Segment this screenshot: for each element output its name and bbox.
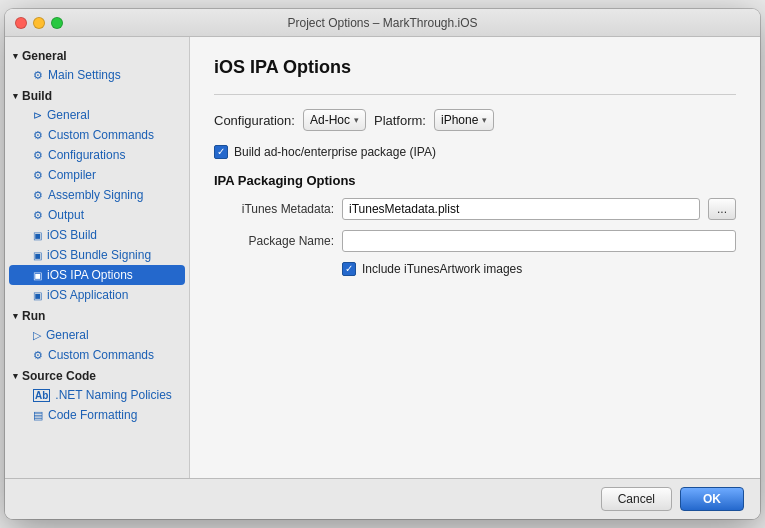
platform-dropdown[interactable]: iPhone ▾ [434,109,494,131]
gear-icon [33,149,43,162]
build-arrow-icon: ⊳ [33,109,42,122]
ab-icon: Ab [33,389,50,402]
phone-icon [33,269,42,281]
gear-icon [33,69,43,82]
itunes-metadata-row: iTunes Metadata: ... [214,198,736,220]
sidebar-item-custom-commands[interactable]: Custom Commands [5,125,189,145]
sidebar-item-assembly-signing[interactable]: Assembly Signing [5,185,189,205]
window: Project Options – MarkThrough.iOS ▾ Gene… [5,9,760,519]
triangle-down-icon: ▾ [13,311,18,321]
sidebar-item-ios-build[interactable]: iOS Build [5,225,189,245]
artwork-checkbox[interactable]: ✓ [342,262,356,276]
title-bar: Project Options – MarkThrough.iOS [5,9,760,37]
footer: Cancel OK [5,478,760,519]
itunes-input[interactable] [342,198,700,220]
gear-icon [33,169,43,182]
sidebar-item-ios-bundle-signing[interactable]: iOS Bundle Signing [5,245,189,265]
sidebar-section-general[interactable]: ▾ General [5,45,189,65]
separator [214,94,736,95]
ipa-section-title: IPA Packaging Options [214,173,736,188]
maximize-button[interactable] [51,17,63,29]
play-icon: ▷ [33,329,41,342]
package-label: Package Name: [214,234,334,248]
package-input[interactable] [342,230,736,252]
checkmark-icon: ✓ [345,264,353,274]
content-area: ▾ General Main Settings ▾ Build ⊳ Genera… [5,37,760,478]
sidebar-item-output[interactable]: Output [5,205,189,225]
gear-icon [33,349,43,362]
browse-button[interactable]: ... [708,198,736,220]
package-name-row: Package Name: [214,230,736,252]
gear-icon [33,129,43,142]
ok-button[interactable]: OK [680,487,744,511]
build-ipa-checkbox[interactable]: ✓ [214,145,228,159]
config-label: Configuration: [214,113,295,128]
traffic-lights [15,17,63,29]
artwork-label: Include iTunesArtwork images [362,262,522,276]
doc-icon: ▤ [33,409,43,422]
dropdown-arrow-icon: ▾ [354,115,359,125]
itunes-label: iTunes Metadata: [214,202,334,216]
triangle-down-icon: ▾ [13,371,18,381]
page-title: iOS IPA Options [214,57,736,78]
build-ipa-label: Build ad-hoc/enterprise package (IPA) [234,145,436,159]
sidebar-item-compiler[interactable]: Compiler [5,165,189,185]
main-panel: iOS IPA Options Configuration: Ad-Hoc ▾ … [190,37,760,478]
triangle-down-icon: ▾ [13,51,18,61]
sidebar-section-build[interactable]: ▾ Build [5,85,189,105]
gear-icon [33,209,43,222]
dropdown-arrow-icon: ▾ [482,115,487,125]
sidebar-item-main-settings[interactable]: Main Settings [5,65,189,85]
checkmark-icon: ✓ [217,147,225,157]
sidebar-section-run[interactable]: ▾ Run [5,305,189,325]
sidebar-item-ios-ipa-options[interactable]: iOS IPA Options [9,265,185,285]
sidebar-item-ios-application[interactable]: iOS Application [5,285,189,305]
sidebar-item-code-formatting[interactable]: ▤ Code Formatting [5,405,189,425]
platform-label: Platform: [374,113,426,128]
close-button[interactable] [15,17,27,29]
build-ipa-row: ✓ Build ad-hoc/enterprise package (IPA) [214,145,736,159]
window-title: Project Options – MarkThrough.iOS [287,16,477,30]
sidebar: ▾ General Main Settings ▾ Build ⊳ Genera… [5,37,190,478]
sidebar-item-configurations[interactable]: Configurations [5,145,189,165]
phone-icon [33,229,42,241]
phone-icon [33,249,42,261]
triangle-down-icon: ▾ [13,91,18,101]
phone-icon [33,289,42,301]
artwork-row: ✓ Include iTunesArtwork images [342,262,736,276]
config-row: Configuration: Ad-Hoc ▾ Platform: iPhone… [214,109,736,131]
sidebar-section-source-code[interactable]: ▾ Source Code [5,365,189,385]
sidebar-item-run-general[interactable]: ▷ General [5,325,189,345]
cancel-button[interactable]: Cancel [601,487,672,511]
sidebar-item-general[interactable]: ⊳ General [5,105,189,125]
sidebar-item-net-naming-policies[interactable]: Ab .NET Naming Policies [5,385,189,405]
config-dropdown[interactable]: Ad-Hoc ▾ [303,109,366,131]
gear-icon [33,189,43,202]
sidebar-item-run-custom-commands[interactable]: Custom Commands [5,345,189,365]
minimize-button[interactable] [33,17,45,29]
